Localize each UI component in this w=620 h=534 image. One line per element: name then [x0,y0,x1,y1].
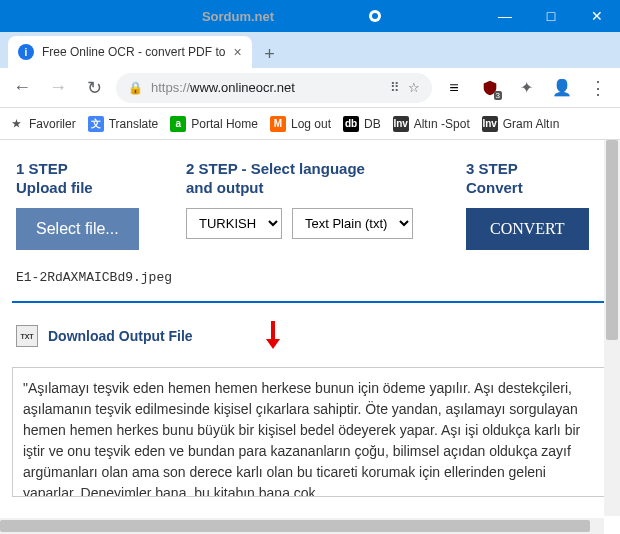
window-titlebar: Sordum.net — □ ✕ [0,0,620,32]
bookmark-favoriler[interactable]: ★Favoriler [8,116,76,132]
extensions-icon[interactable]: ✦ [512,74,540,102]
bookmark-altin[interactable]: InvAltın -Spot [393,116,470,132]
page-content: 1 STEP Upload file Select file... 2 STEP… [0,140,620,534]
convert-button[interactable]: CONVERT [466,208,589,250]
select-file-button[interactable]: Select file... [16,208,139,250]
bookmark-gram[interactable]: InvGram Altın [482,116,560,132]
address-bar[interactable]: 🔒 https://www.onlineocr.net ⠿ ☆ [116,73,432,103]
download-row: TXT Download Output File [12,319,608,353]
tab-favicon: i [18,44,34,60]
profile-avatar-icon[interactable]: 👤 [548,74,576,102]
step-3-title: 3 STEP [466,160,606,177]
step-3: 3 STEP Convert CONVERT [466,160,606,250]
step-1-title: 1 STEP [16,160,166,177]
translate-icon[interactable]: ⠿ [390,80,400,95]
step-1-subtitle: Upload file [16,179,166,196]
buffer-ext-icon[interactable]: ≡ [440,74,468,102]
menu-button[interactable]: ⋮ [584,74,612,102]
svg-point-1 [372,13,378,19]
url-text: https://www.onlineocr.net [151,80,382,95]
back-button[interactable]: ← [8,74,36,102]
bookmark-logout[interactable]: MLog out [270,116,331,132]
maximize-button[interactable]: □ [528,0,574,32]
browser-tab[interactable]: i Free Online OCR - convert PDF to × [8,36,252,68]
tab-close-icon[interactable]: × [233,44,241,60]
close-button[interactable]: ✕ [574,0,620,32]
tab-title: Free Online OCR - convert PDF to [42,45,225,59]
minimize-button[interactable]: — [482,0,528,32]
download-output-link[interactable]: Download Output File [48,328,193,344]
window-controls: — □ ✕ [482,0,620,32]
arrow-down-icon [263,319,283,353]
ocr-output-textarea[interactable]: "Aşılamayı teşvik eden hemen hemen herke… [12,367,608,497]
steps-row: 1 STEP Upload file Select file... 2 STEP… [12,152,608,262]
bookmark-db[interactable]: dbDB [343,116,381,132]
step-1: 1 STEP Upload file Select file... [16,160,166,250]
txt-file-icon: TXT [16,325,38,347]
language-select[interactable]: TURKISH [186,208,282,239]
horizontal-scrollbar[interactable] [0,518,604,534]
new-tab-button[interactable]: + [256,40,284,68]
uploaded-filename: E1-2RdAXMAICBd9.jpeg [12,270,608,285]
svg-marker-3 [266,339,280,349]
tab-strip: i Free Online OCR - convert PDF to × + [0,32,620,68]
forward-button[interactable]: → [44,74,72,102]
bookmark-translate[interactable]: 文Translate [88,116,159,132]
bookmark-portal[interactable]: aPortal Home [170,116,258,132]
watermark-icon [368,9,382,23]
divider [12,301,608,303]
vertical-scrollbar[interactable] [604,140,620,516]
step-3-subtitle: Convert [466,179,606,196]
step-2-subtitle: and output [186,179,446,196]
browser-toolbar: ← → ↻ 🔒 https://www.onlineocr.net ⠿ ☆ ≡ … [0,68,620,108]
bookmark-star-icon[interactable]: ☆ [408,80,420,95]
step-2-title: 2 STEP - Select language [186,160,446,177]
ublock-ext-icon[interactable]: 3 [476,74,504,102]
watermark-text: Sordum.net [8,9,368,24]
bookmarks-bar: ★Favoriler 文Translate aPortal Home MLog … [0,108,620,140]
step-2: 2 STEP - Select language and output TURK… [186,160,446,250]
reload-button[interactable]: ↻ [80,74,108,102]
ublock-badge: 3 [494,91,502,100]
output-format-select[interactable]: Text Plain (txt) [292,208,413,239]
scrollbar-thumb[interactable] [606,140,618,340]
lock-icon: 🔒 [128,81,143,95]
scrollbar-thumb[interactable] [0,520,590,532]
